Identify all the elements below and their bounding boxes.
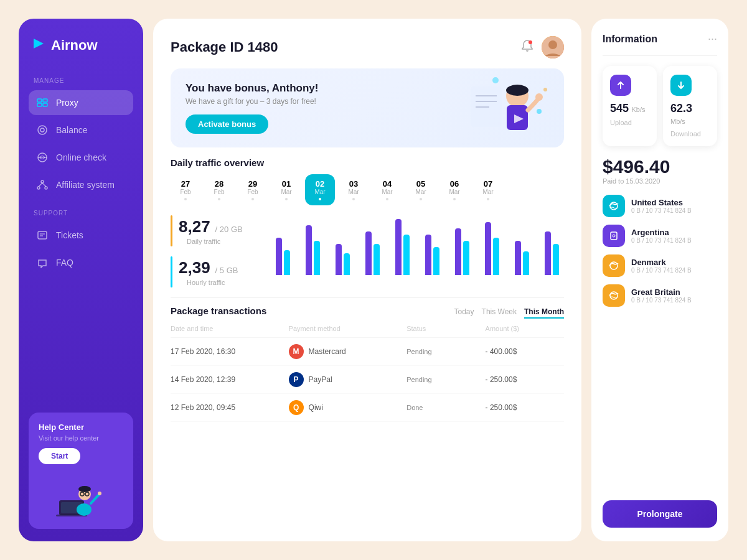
daily-traffic-label: Daily traffic (179, 238, 243, 245)
logo: Airnow (29, 36, 133, 55)
sidebar-item-tickets[interactable]: Tickets (29, 223, 133, 248)
support-label: SUPPORT (29, 210, 133, 217)
bar-cyan-6 (463, 241, 469, 275)
speed-cards: 545 Kb/s Upload 62.3 Mb/s Download (603, 66, 717, 146)
support-section: SUPPORT Tickets FAQ (29, 210, 133, 278)
bar-cyan-5 (433, 247, 439, 275)
date-item-04[interactable]: 04 Mar (372, 174, 402, 205)
bar-purple-7 (485, 222, 491, 275)
gb-name: Great Britain (631, 287, 717, 297)
activate-bonus-button[interactable]: Activate bonus (186, 114, 268, 134)
mastercard-icon: M (289, 344, 304, 359)
date-item-06[interactable]: 06 Mar (439, 174, 469, 205)
svg-rect-2 (43, 99, 47, 102)
bar-purple-4 (395, 219, 402, 275)
date-item-01[interactable]: 01 Mar (271, 174, 301, 205)
avatar[interactable] (542, 36, 564, 58)
download-unit: Mb/s (670, 118, 685, 125)
bonus-illustration (464, 68, 552, 147)
sidebar-item-online-check[interactable]: Online check (29, 145, 133, 170)
sidebar-item-affiliate[interactable]: Affiliate system (29, 172, 133, 197)
right-panel: Information ··· 545 Kb/s Upload (591, 19, 728, 541)
svg-point-27 (529, 40, 532, 44)
us-data: 0 B / 10 73 741 824 B (631, 207, 717, 214)
filter-this-month[interactable]: This Month (524, 306, 564, 319)
date-item-27[interactable]: 27 Feb (171, 174, 200, 205)
tickets-icon (36, 229, 49, 241)
country-list: United States 0 B / 10 73 741 824 B Arge… (603, 195, 717, 307)
upload-unit: Kb/s (632, 106, 646, 113)
chart-col-2 (330, 244, 355, 275)
bonus-heading: You have bonus, Anthony! (186, 82, 318, 95)
svg-point-34 (535, 93, 543, 101)
help-start-button[interactable]: Start (39, 448, 80, 464)
row3-date: 12 Feb 2020, 09:45 (171, 403, 289, 412)
svg-point-31 (506, 85, 529, 96)
row3-amount: - 250.00$ (486, 403, 564, 412)
chart-col-4 (390, 219, 415, 275)
country-ar: Argentina 0 B / 10 73 741 824 B (603, 225, 717, 247)
us-icon (603, 195, 625, 217)
svg-rect-4 (43, 103, 47, 106)
svg-line-12 (39, 183, 42, 187)
col-amount: Amount ($) (486, 325, 564, 332)
upload-card: 545 Kb/s Upload (603, 66, 657, 146)
online-check-label: Online check (56, 152, 106, 162)
affiliate-icon (36, 179, 49, 191)
transactions-section: Package transactions Today This Week Thi… (171, 297, 564, 422)
dk-icon (603, 254, 625, 277)
country-gb: Great Britain 0 B / 10 73 741 824 B (603, 284, 717, 307)
row2-amount: - 250.00$ (486, 375, 564, 384)
faq-label: FAQ (56, 258, 73, 268)
sidebar-item-balance[interactable]: Balance (29, 118, 133, 142)
dk-name: Denmark (631, 258, 717, 267)
traffic-chart (270, 215, 564, 287)
sidebar-item-faq[interactable]: FAQ (29, 250, 133, 275)
bar-purple-0 (276, 238, 282, 275)
date-item-07[interactable]: 07 Mar (473, 174, 503, 205)
date-item-02[interactable]: 02 Mar (305, 174, 335, 205)
country-us: United States 0 B / 10 73 741 824 B (603, 195, 717, 217)
panel-divider (603, 55, 717, 56)
col-status: Status (406, 325, 485, 332)
affiliate-label: Affiliate system (56, 180, 115, 190)
svg-point-45 (610, 262, 618, 269)
svg-point-29 (548, 40, 557, 49)
bonus-text: You have bonus, Anthony! We have a gift … (186, 82, 318, 134)
logo-text: Airnow (51, 37, 98, 54)
transactions-title: Package transactions (171, 306, 266, 316)
date-item-05[interactable]: 05 Mar (406, 174, 436, 205)
upload-icon (610, 75, 631, 96)
bar-cyan-9 (553, 244, 559, 275)
table-row: 12 Feb 2020, 09:45 Q Qiwi Done - 250.00$ (171, 394, 564, 422)
date-item-29[interactable]: 29 Feb (238, 174, 268, 205)
chart-col-1 (300, 225, 325, 275)
filter-today[interactable]: Today (454, 306, 474, 319)
bar-purple-3 (365, 231, 372, 275)
bar-cyan-4 (403, 235, 410, 275)
us-name: United States (631, 198, 717, 207)
sidebar-item-proxy[interactable]: Proxy (29, 90, 133, 115)
price-value: $496.40 (603, 156, 717, 177)
traffic-overview-section: Daily traffic overview 27 Feb 28 Feb 29 … (171, 157, 564, 205)
filter-this-week[interactable]: This Week (482, 306, 517, 319)
col-method: Payment method (289, 325, 407, 332)
help-card: Help Center Visit our help center Start (29, 413, 133, 529)
prolong-button[interactable]: Prolongate (603, 500, 717, 528)
svg-rect-1 (37, 99, 42, 102)
date-item-03[interactable]: 03 Mar (339, 174, 369, 205)
ar-icon (603, 225, 625, 247)
transactions-header: Package transactions Today This Week Thi… (171, 306, 564, 319)
header-icons (520, 36, 564, 58)
bar-purple-5 (425, 235, 431, 275)
panel-menu-icon[interactable]: ··· (708, 32, 717, 45)
table-header: Date and time Payment method Status Amou… (171, 325, 564, 338)
bell-icon[interactable] (520, 39, 534, 56)
svg-point-10 (37, 187, 40, 189)
bonus-banner: You have bonus, Anthony! We have a gift … (171, 68, 564, 147)
svg-rect-3 (37, 103, 42, 106)
main-header: Package ID 1480 (171, 36, 564, 58)
panel-header: Information ··· (603, 32, 717, 45)
balance-label: Balance (56, 125, 88, 135)
date-item-28[interactable]: 28 Feb (204, 174, 234, 205)
